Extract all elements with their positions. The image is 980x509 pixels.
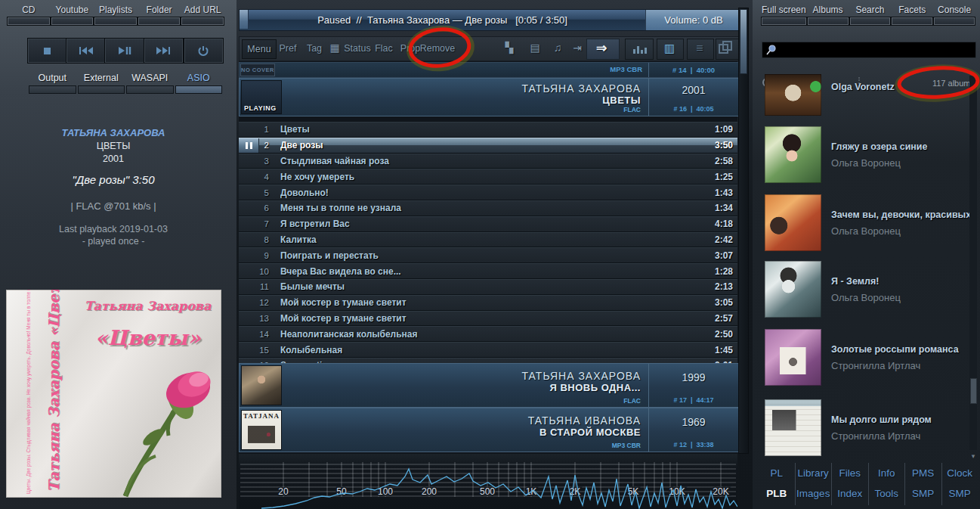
menu-item-button[interactable]: [51, 17, 94, 25]
album-list-item[interactable]: Золотые россыпи романса Стронгилла Иртла…: [762, 329, 975, 386]
no-cover-box: NO COVER: [240, 64, 275, 76]
track-row[interactable]: 9 Поиграть и перестать 3:07: [239, 247, 737, 263]
track-row[interactable]: 1 Цветы 1:09: [239, 122, 737, 138]
menu-item-button[interactable]: [138, 17, 181, 25]
menu-item-button[interactable]: [934, 17, 975, 25]
tab-top[interactable]: Files: [839, 468, 861, 479]
nowplaying-format: | FLAC @701 kb/s |: [0, 200, 227, 212]
right-menu-item[interactable]: Search: [850, 5, 891, 25]
tab-column: Clock SMP: [941, 463, 978, 505]
tab-top[interactable]: Clock: [947, 468, 972, 479]
album-header-3[interactable]: TATJANA ТАТЬЯНА ИВАНОВА В СТАРОЙ МОСКВЕ …: [239, 408, 739, 452]
track-row[interactable]: 11 Былые мечты 2:13: [239, 279, 737, 295]
flac-button[interactable]: Flac: [375, 43, 393, 54]
playlist-scrollbar[interactable]: [738, 8, 749, 454]
track-row[interactable]: 5 Довольно! 1:43: [239, 185, 737, 200]
playlist-scrollbar-thumb[interactable]: [740, 9, 747, 74]
pause-icon: [239, 138, 259, 153]
tag-button[interactable]: Tag: [307, 43, 322, 54]
left-menu-item[interactable]: CD: [8, 5, 50, 25]
playing-album-header[interactable]: PLAYING ТАТЬЯНА ЗАХАРОВА ЦВЕТЫ FLAC 2001…: [239, 78, 739, 116]
output-tab[interactable]: WASAPI: [126, 73, 174, 94]
album-list-item[interactable]: Мы долго шли рядом Стронгилла Иртлач: [762, 399, 975, 457]
tab-top[interactable]: PL: [770, 468, 783, 479]
left-menu-item[interactable]: Add URL: [181, 5, 224, 25]
output-tab[interactable]: External: [78, 73, 125, 94]
output-tab[interactable]: Output: [29, 73, 76, 94]
music-note-icon[interactable]: ♫: [554, 42, 562, 54]
album-title: Зачем вы, девочки, красивых ...: [831, 209, 975, 220]
volume-display[interactable]: Volume: 0 dB: [645, 10, 741, 30]
track-row[interactable]: 13 Мой костер в тумане светит 2:57: [239, 311, 737, 327]
tab-bottom[interactable]: Images: [796, 489, 830, 499]
menu-item-button[interactable]: [8, 17, 50, 25]
menu-item-button[interactable]: [762, 17, 806, 25]
tab-bottom[interactable]: Tools: [874, 489, 898, 499]
tab-bottom[interactable]: PLB: [766, 489, 787, 499]
album-list-item[interactable]: Я - Земля! Ольга Воронец: [762, 261, 975, 318]
power-button[interactable]: [184, 39, 223, 63]
remove-button[interactable]: Remove: [420, 43, 456, 54]
track-row[interactable]: 10 Вчера Вас видела во сне... 1:28: [239, 263, 737, 279]
tab-bottom[interactable]: SMP: [949, 489, 971, 499]
album3-artist: ТАТЬЯНА ИВАНОВА: [283, 414, 641, 427]
right-menu-item[interactable]: Console: [934, 5, 975, 25]
tab-top[interactable]: PMS: [912, 468, 934, 479]
left-menu-item[interactable]: Playlists: [94, 5, 137, 25]
track-row[interactable]: 12 Мой костер в тумане светит 3:05: [239, 295, 737, 311]
menu-item-button[interactable]: [892, 17, 932, 25]
library-scrollbar-thumb[interactable]: [970, 378, 977, 404]
library-scrollbar[interactable]: [969, 76, 977, 450]
previous-album-header-partial[interactable]: NO COVER MP3 CBR # 14 | 40:00: [239, 62, 739, 78]
menu-button[interactable]: Menu: [242, 39, 277, 59]
right-menu-item[interactable]: Full screen: [762, 5, 806, 25]
track-row[interactable]: 14 Неаполитанская колыбельная 2:50: [239, 326, 737, 342]
previous-track-button[interactable]: [66, 39, 105, 63]
pref-button[interactable]: Pref: [280, 43, 297, 54]
stop-button[interactable]: [28, 39, 66, 63]
right-menu-item[interactable]: Facets: [892, 5, 932, 25]
left-menu-item[interactable]: Folder: [138, 5, 181, 25]
menu-item-button[interactable]: [808, 17, 849, 25]
album-list-item[interactable]: Гляжу в озера синие Ольга Воронец: [762, 126, 975, 184]
track-row[interactable]: 4 Не хочу умереть 1:25: [239, 169, 737, 185]
tab-top[interactable]: Library: [798, 468, 829, 479]
album-list-item[interactable]: Olga Voronetz: [762, 74, 975, 117]
send-to-icon[interactable]: ⇥: [573, 42, 582, 54]
menu-item-button[interactable]: [94, 17, 137, 25]
tab-bottom[interactable]: SMP: [912, 489, 934, 499]
left-menu-item[interactable]: Youtube: [51, 5, 94, 25]
album-list-item[interactable]: Зачем вы, девочки, красивых ... Ольга Во…: [762, 194, 975, 252]
tab-bottom[interactable]: Index: [837, 489, 862, 499]
last-playback: Last playback 2019-01-03: [0, 224, 227, 234]
status-button[interactable]: Status: [344, 43, 370, 54]
track-row[interactable]: 6 Меня ты в толпе не узнала 1:34: [239, 200, 737, 216]
bottom-tab-bar: PL PLB Library Images Files Index Info T…: [759, 463, 978, 505]
track-number: 10: [239, 267, 269, 276]
layout-grid-icon[interactable]: ▚: [505, 42, 514, 54]
album-title: Золотые россыпи романса: [831, 344, 959, 355]
layout-list-icon[interactable]: ▤: [530, 42, 539, 54]
previous-album-count: # 14 | 40:00: [648, 63, 738, 77]
play-pause-button[interactable]: [105, 39, 144, 63]
track-row[interactable]: 8 Калитка 2:42: [239, 232, 737, 248]
search-input[interactable]: [762, 42, 976, 58]
next-track-button[interactable]: [144, 39, 183, 63]
track-row[interactable]: 3 Стыдливая чайная роза 2:58: [239, 154, 737, 169]
track-row[interactable]: 7 Я встретил Вас 4:18: [239, 216, 737, 232]
track-number: 7: [239, 219, 269, 228]
menu-item-button[interactable]: [181, 17, 224, 25]
prop-button[interactable]: Prop: [400, 43, 420, 54]
output-tab[interactable]: ASIO: [175, 73, 223, 94]
scroll-down-icon[interactable]: ▾: [969, 452, 978, 460]
right-menu-item[interactable]: Albums: [808, 5, 849, 25]
tab-top[interactable]: Info: [878, 468, 895, 479]
track-row[interactable]: 15 Колыбельная 1:45: [239, 342, 737, 358]
album-cover-art: [765, 194, 821, 251]
track-duration: 1:28: [695, 266, 737, 277]
film-icon[interactable]: ▦: [329, 42, 339, 54]
track-row[interactable]: 2 Две розы 3:50: [239, 138, 737, 154]
menu-item-button[interactable]: [850, 17, 891, 25]
album-header-2[interactable]: ТАТЬЯНА ЗАХАРОВА Я ВНОВЬ ОДНА... FLAC 19…: [239, 363, 739, 408]
album-art-large: Татьяна Захарова «Цветы» Татьяна Захаров…: [6, 290, 221, 498]
